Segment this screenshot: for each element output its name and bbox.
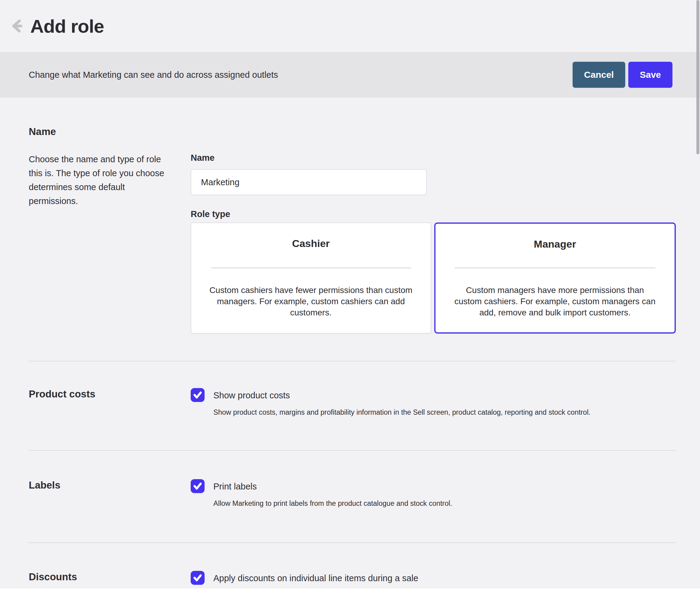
card-divider bbox=[211, 268, 411, 268]
card-divider bbox=[455, 268, 656, 268]
apply-discounts-label[interactable]: Apply discounts on individual line items… bbox=[214, 572, 418, 584]
role-type-label: Role type bbox=[191, 208, 676, 220]
back-button[interactable] bbox=[10, 18, 26, 34]
section-divider bbox=[29, 542, 676, 543]
action-bar-description: Change what Marketing can see and do acr… bbox=[29, 70, 278, 80]
show-product-costs-checkbox[interactable] bbox=[191, 388, 205, 402]
section-product-costs: Product costs Show product costs Show pr… bbox=[29, 388, 676, 417]
role-card-title: Cashier bbox=[191, 237, 431, 250]
check-icon bbox=[193, 573, 203, 583]
role-card-description: Custom cashiers have fewer permissions t… bbox=[191, 284, 431, 318]
scrollbar-thumb[interactable] bbox=[696, 0, 699, 154]
section-labels: Labels Print labels Allow Marketing to p… bbox=[29, 479, 676, 508]
section-name-heading: Name bbox=[29, 126, 676, 138]
product-costs-heading: Product costs bbox=[29, 388, 191, 400]
main-content: Name Choose the name and type of role th… bbox=[0, 126, 700, 585]
section-divider bbox=[29, 450, 676, 451]
role-card-description: Custom managers have more permissions th… bbox=[435, 284, 675, 318]
apply-discounts-checkbox[interactable] bbox=[191, 571, 205, 585]
name-field-label: Name bbox=[191, 153, 215, 163]
print-labels-description: Allow Marketing to print labels from the… bbox=[214, 499, 452, 508]
section-discounts: Discounts Apply discounts on individual … bbox=[29, 571, 676, 585]
page-header: Add role bbox=[0, 0, 700, 52]
bottom-strip bbox=[0, 589, 700, 596]
role-card-title: Manager bbox=[435, 237, 675, 251]
section-name: Name Choose the name and type of role th… bbox=[29, 126, 676, 333]
role-type-cards: Cashier Custom cashiers have fewer permi… bbox=[191, 222, 676, 333]
role-card-cashier[interactable]: Cashier Custom cashiers have fewer permi… bbox=[191, 222, 431, 333]
show-product-costs-description: Show product costs, margins and profitab… bbox=[214, 408, 591, 417]
section-name-description: Choose the name and type of role this is… bbox=[29, 152, 168, 208]
check-icon bbox=[193, 481, 203, 491]
action-bar: Change what Marketing can see and do acr… bbox=[0, 52, 700, 97]
page-title: Add role bbox=[30, 16, 104, 37]
role-card-manager[interactable]: Manager Custom managers have more permis… bbox=[434, 222, 676, 333]
cancel-button[interactable]: Cancel bbox=[573, 62, 625, 88]
save-button[interactable]: Save bbox=[628, 62, 672, 88]
show-product-costs-label[interactable]: Show product costs bbox=[214, 390, 290, 401]
labels-heading: Labels bbox=[29, 479, 191, 491]
discounts-heading: Discounts bbox=[29, 571, 191, 583]
role-name-input[interactable] bbox=[191, 169, 427, 195]
print-labels-checkbox[interactable] bbox=[191, 479, 205, 493]
check-icon bbox=[193, 390, 203, 400]
section-divider bbox=[29, 361, 676, 362]
arrow-left-icon bbox=[10, 19, 26, 33]
print-labels-label[interactable]: Print labels bbox=[214, 481, 257, 492]
action-buttons: Cancel Save bbox=[573, 62, 672, 88]
